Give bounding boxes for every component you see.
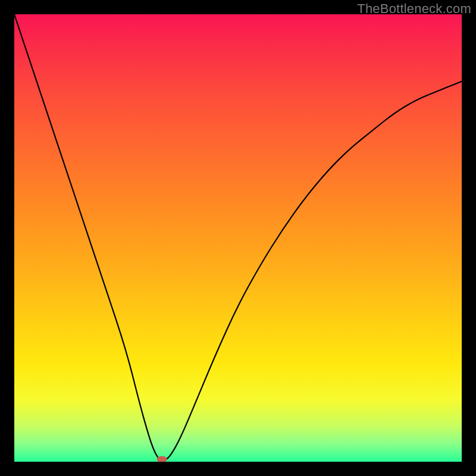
curve-path xyxy=(14,14,462,461)
bottleneck-curve xyxy=(14,14,462,462)
watermark-text: TheBottleneck.com xyxy=(357,1,471,17)
optimal-point-marker xyxy=(157,456,167,462)
plot-area xyxy=(14,14,462,462)
chart-frame: TheBottleneck.com xyxy=(0,0,476,476)
